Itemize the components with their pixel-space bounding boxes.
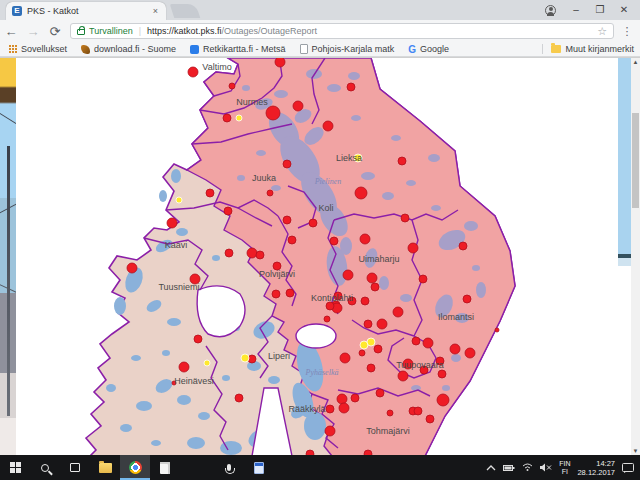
outage-marker-red[interactable] [339, 403, 349, 413]
outage-marker-red[interactable] [360, 234, 370, 244]
maximize-button[interactable]: ❐ [588, 1, 612, 19]
outage-marker-red[interactable] [323, 121, 333, 131]
bookmark-item[interactable]: Pohjois-Karjala matk [300, 44, 395, 54]
outage-marker-red[interactable] [438, 370, 446, 378]
outage-marker-red[interactable] [127, 263, 137, 273]
address-bar[interactable]: Turvallinen | https://katkot.pks.fi /Out… [70, 23, 614, 39]
outage-marker-red[interactable] [398, 157, 406, 165]
new-tab-button[interactable] [170, 4, 201, 18]
outage-marker-red[interactable] [459, 242, 467, 250]
outage-marker-red[interactable] [377, 319, 387, 329]
tab-close-icon[interactable]: × [151, 6, 160, 16]
writer-taskbar-button[interactable] [244, 455, 274, 480]
outage-marker-red[interactable] [206, 189, 214, 197]
outage-marker-red[interactable] [326, 302, 334, 310]
outage-marker-red[interactable] [359, 350, 365, 356]
outage-marker-red[interactable] [325, 426, 335, 436]
file-explorer-button[interactable] [90, 455, 120, 480]
bookmark-item[interactable]: Retkikartta.fi - Metsä [190, 44, 286, 54]
outage-marker-red[interactable] [364, 320, 372, 328]
outage-marker-red[interactable] [351, 394, 359, 402]
outage-marker-red[interactable] [167, 218, 177, 228]
volume-muted-icon[interactable] [540, 463, 552, 472]
outage-marker-red[interactable] [340, 353, 350, 363]
outage-marker-yellow[interactable] [236, 115, 242, 121]
start-button[interactable] [0, 455, 30, 480]
outage-marker-yellow[interactable] [204, 360, 210, 366]
profile-icon[interactable] [545, 5, 556, 16]
outage-marker-red[interactable] [247, 248, 257, 258]
outage-marker-red[interactable] [283, 216, 291, 224]
outage-marker-red[interactable] [437, 394, 449, 406]
outage-marker-red[interactable] [266, 106, 280, 120]
bookmark-item[interactable]: G Google [408, 44, 449, 55]
outage-marker-red[interactable] [256, 251, 264, 259]
outage-marker-yellow[interactable] [176, 197, 182, 203]
outage-map-svg[interactable]: ValtimoNurmesJuukaKoliLieksaPielinenKaav… [16, 58, 618, 456]
outage-marker-red[interactable] [330, 237, 338, 245]
outage-marker-red[interactable] [283, 160, 291, 168]
back-button[interactable]: ← [0, 24, 22, 39]
outage-marker-red[interactable] [267, 190, 273, 196]
outage-marker-red[interactable] [419, 275, 427, 283]
libreoffice-taskbar-button[interactable] [150, 455, 180, 480]
scroll-up-icon[interactable]: ▲ [631, 58, 640, 67]
taskbar-search-button[interactable] [30, 455, 60, 480]
browser-menu-icon[interactable]: ⋮ [620, 29, 634, 34]
browser-tab[interactable]: E PKS - Katkot × [6, 2, 166, 20]
outage-marker-yellow[interactable] [241, 354, 249, 362]
outage-marker-red[interactable] [235, 394, 243, 402]
outage-marker-red[interactable] [225, 249, 233, 257]
bookmark-item[interactable]: download.fi - Suome [81, 44, 176, 54]
wifi-icon[interactable] [522, 463, 533, 472]
outage-marker-red[interactable] [398, 371, 408, 381]
taskbar-clock[interactable]: 14:27 28.12.2017 [577, 459, 615, 477]
outage-marker-red[interactable] [272, 290, 280, 298]
outage-marker-red[interactable] [393, 307, 403, 317]
outage-marker-red[interactable] [343, 270, 353, 280]
outage-marker-red[interactable] [463, 295, 471, 303]
outage-marker-red[interactable] [361, 297, 369, 305]
outage-marker-red[interactable] [288, 236, 296, 244]
outage-marker-red[interactable] [367, 273, 377, 283]
outage-marker-red[interactable] [376, 389, 384, 397]
other-bookmarks-button[interactable]: Muut kirjanmerkit [551, 44, 634, 54]
outage-marker-red[interactable] [355, 187, 367, 199]
outage-marker-red[interactable] [309, 219, 317, 227]
outage-marker-red[interactable] [224, 207, 232, 215]
outage-marker-red[interactable] [229, 83, 235, 89]
page-scrollbar[interactable]: ▲ ▼ [631, 58, 640, 456]
outage-marker-red[interactable] [401, 214, 409, 222]
outage-marker-red[interactable] [347, 83, 355, 91]
outage-marker-red[interactable] [426, 415, 434, 423]
chrome-taskbar-button[interactable] [120, 455, 150, 480]
forward-button[interactable]: → [22, 24, 44, 39]
scrollbar-thumb[interactable] [632, 113, 639, 208]
outage-marker-red[interactable] [412, 337, 420, 345]
outage-marker-red[interactable] [188, 67, 198, 77]
outage-marker-red[interactable] [450, 344, 460, 354]
action-center-icon[interactable] [622, 463, 634, 473]
outage-marker-red[interactable] [223, 114, 231, 122]
speech-recognition-button[interactable] [214, 455, 244, 480]
task-view-button[interactable] [60, 455, 90, 480]
outage-marker-red[interactable] [179, 362, 189, 372]
outage-marker-red[interactable] [275, 58, 285, 67]
outage-marker-red[interactable] [387, 410, 393, 416]
outage-marker-red[interactable] [337, 394, 347, 404]
outage-marker-red[interactable] [374, 345, 382, 353]
outage-marker-red[interactable] [408, 243, 418, 253]
apps-shortcut[interactable]: Sovellukset [8, 44, 67, 54]
outage-marker-red[interactable] [286, 289, 294, 297]
outage-marker-red[interactable] [194, 335, 202, 343]
reload-button[interactable]: ⟳ [44, 24, 66, 39]
language-indicator[interactable]: FIN FI [559, 460, 570, 476]
outage-marker-red[interactable] [465, 348, 475, 358]
battery-icon[interactable] [503, 464, 515, 472]
outage-marker-red[interactable] [326, 405, 334, 413]
outage-marker-red[interactable] [414, 407, 422, 415]
close-button[interactable]: ✕ [612, 1, 636, 19]
outage-marker-red[interactable] [495, 328, 499, 332]
outage-marker-red[interactable] [293, 101, 303, 111]
outage-marker-red[interactable] [367, 364, 375, 372]
